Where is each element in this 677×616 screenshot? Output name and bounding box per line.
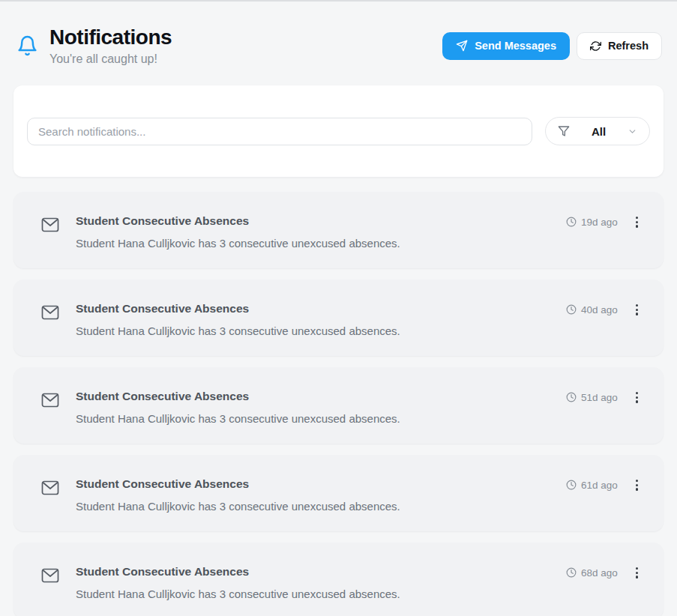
refresh-label: Refresh [608, 40, 649, 52]
notification-content: Student Consecutive Absences Student Han… [76, 390, 566, 425]
kebab-menu-icon[interactable] [633, 303, 641, 317]
mail-icon [41, 217, 59, 232]
filter-selected-value: All [592, 125, 606, 138]
refresh-icon [590, 40, 601, 52]
clock-icon [566, 567, 577, 578]
mail-icon [41, 480, 59, 495]
notification-time: 61d ago [581, 480, 618, 491]
time-wrap: 40d ago [566, 304, 618, 315]
kebab-menu-icon[interactable] [633, 566, 641, 580]
header-title-group: Notifications You're all caught up! [16, 25, 172, 66]
notification-description: Student Hana Culljkovic has 3 consecutiv… [76, 237, 566, 250]
time-wrap: 61d ago [566, 480, 618, 491]
notification-time: 51d ago [581, 392, 618, 403]
notification-description: Student Hana Culljkovic has 3 consecutiv… [76, 588, 566, 600]
notification-meta: 51d ago [566, 390, 641, 405]
notification-meta: 19d ago [566, 215, 641, 229]
clock-icon [566, 392, 577, 402]
kebab-menu-icon[interactable] [633, 478, 641, 492]
clock-icon [566, 304, 577, 315]
send-messages-button[interactable]: Send Messages [442, 32, 570, 60]
search-filter-card: All [13, 85, 664, 177]
header-actions: Send Messages Refresh [442, 32, 662, 60]
paper-plane-icon [456, 40, 468, 52]
notification-title: Student Consecutive Absences [76, 477, 566, 491]
notification-title: Student Consecutive Absences [76, 302, 566, 315]
notification-title: Student Consecutive Absences [76, 214, 566, 228]
notification-list: Student Consecutive Absences Student Han… [0, 192, 677, 616]
page-header: Notifications You're all caught up! Send… [0, 1, 677, 66]
kebab-menu-icon[interactable] [633, 215, 641, 229]
notification-description: Student Hana Culljkovic has 3 consecutiv… [76, 500, 566, 513]
notification-meta: 40d ago [566, 303, 641, 317]
funnel-icon [558, 125, 570, 137]
notification-card[interactable]: Student Consecutive Absences Student Han… [13, 192, 664, 268]
notification-content: Student Consecutive Absences Student Han… [76, 565, 566, 600]
notification-content: Student Consecutive Absences Student Han… [76, 477, 566, 513]
clock-icon [566, 217, 577, 227]
notification-content: Student Consecutive Absences Student Han… [76, 214, 566, 250]
notification-card[interactable]: Student Consecutive Absences Student Han… [13, 543, 664, 616]
page-title: Notifications [49, 25, 172, 49]
notification-content: Student Consecutive Absences Student Han… [76, 302, 566, 337]
notification-title: Student Consecutive Absences [76, 565, 566, 579]
notification-meta: 68d ago [566, 566, 641, 580]
notification-description: Student Hana Culljkovic has 3 consecutiv… [76, 324, 566, 337]
notifications-page: Notifications You're all caught up! Send… [0, 0, 677, 616]
refresh-button[interactable]: Refresh [577, 32, 662, 60]
notification-meta: 61d ago [566, 478, 641, 492]
mail-icon [41, 568, 59, 583]
chevron-down-icon [628, 127, 637, 136]
mail-icon [41, 393, 59, 408]
notification-time: 19d ago [581, 217, 618, 228]
notification-description: Student Hana Culljkovic has 3 consecutiv… [76, 412, 566, 425]
notification-title: Student Consecutive Absences [76, 390, 566, 403]
page-subtitle: You're all caught up! [49, 52, 172, 66]
time-wrap: 68d ago [566, 567, 618, 579]
bell-icon [16, 33, 39, 58]
time-wrap: 51d ago [566, 392, 618, 403]
filter-dropdown[interactable]: All [545, 117, 650, 145]
mail-icon [41, 305, 59, 320]
title-block: Notifications You're all caught up! [49, 25, 172, 66]
send-messages-label: Send Messages [475, 40, 556, 52]
search-input[interactable] [27, 118, 532, 145]
notification-time: 68d ago [581, 567, 618, 579]
notification-card[interactable]: Student Consecutive Absences Student Han… [13, 455, 664, 531]
time-wrap: 19d ago [566, 217, 618, 228]
notification-time: 40d ago [581, 304, 618, 315]
kebab-menu-icon[interactable] [633, 390, 641, 405]
clock-icon [566, 480, 577, 490]
notification-card[interactable]: Student Consecutive Absences Student Han… [13, 367, 664, 444]
notification-card[interactable]: Student Consecutive Absences Student Han… [13, 280, 664, 356]
